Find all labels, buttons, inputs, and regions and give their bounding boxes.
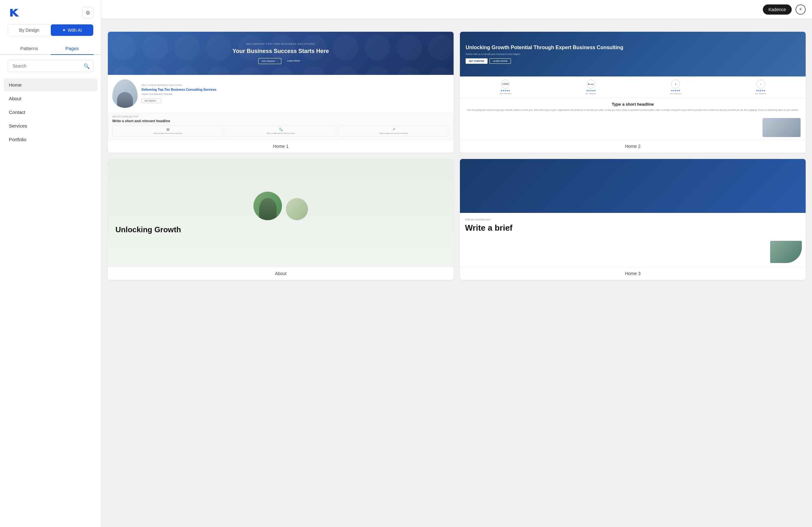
design-toggle: By Design ✦ With AI — [8, 24, 93, 36]
home2-text-section: Type a short headline Use this paragraph… — [460, 98, 806, 116]
settings-button[interactable]: ⚙ — [82, 7, 93, 18]
sidebar-header: ⚙ — [0, 6, 101, 24]
home1-title: Your Business Success Starts Here — [232, 48, 329, 55]
sidebar-item-services[interactable]: Services — [4, 119, 97, 132]
home1-feature1: ▤ Add a single and succinct list item — [112, 125, 223, 137]
logo-block-1: LOGO ★★★★★ 100+ Reviews — [499, 80, 512, 95]
logo-block-4: ∿ ★★★★★ 50+ Reviews — [755, 80, 766, 95]
card-about-label: About — [108, 267, 453, 280]
sidebar-item-contact[interactable]: Contact — [4, 106, 97, 119]
home1-learn-more[interactable]: Learn More — [284, 58, 303, 64]
tab-patterns[interactable]: Patterns — [8, 43, 51, 55]
nav-list: Home About Contact Services Portfolio — [0, 79, 101, 146]
search-input[interactable] — [8, 60, 93, 72]
home1-overline: DELIVERING TOP-TIER BUSINESS SOLUTIONS — [246, 43, 315, 45]
about-title: Unlocking Growth — [115, 225, 181, 234]
sidebar-item-home[interactable]: Home — [4, 79, 97, 91]
home2-learn-more[interactable]: LEARN MORE — [490, 58, 511, 64]
card-home3[interactable]: Add an overline text Write a brief Home … — [460, 159, 806, 280]
ai-icon: ✦ — [62, 28, 66, 33]
search-row: 🔍 — [8, 60, 93, 72]
card-home3-preview: Add an overline text Write a brief — [460, 159, 806, 267]
logo-block-2: ⊕Logo ★★★★★ 30+ Reviews — [585, 80, 597, 95]
card-home1[interactable]: DELIVERING TOP-TIER BUSINESS SOLUTIONS Y… — [108, 32, 453, 153]
home2-image — [763, 118, 801, 137]
home1-feature3: ↗ Add a single and succinct list item — [338, 125, 449, 137]
top-bar: Kadence + — [102, 0, 812, 19]
add-button[interactable]: + — [796, 4, 806, 15]
logo-block-3: ◈ ★★★★★ 50+ Reviews — [670, 80, 681, 95]
sidebar-item-portfolio[interactable]: Portfolio — [4, 133, 97, 146]
card-home2[interactable]: Unlocking Growth Potential Through Exper… — [460, 32, 806, 153]
home1-avatar — [112, 79, 137, 108]
by-design-button[interactable]: By Design — [8, 25, 51, 36]
home2-title: Unlocking Growth Potential Through Exper… — [466, 44, 800, 51]
sidebar-item-about[interactable]: About — [4, 92, 97, 105]
card-home2-preview: Unlocking Growth Potential Through Exper… — [460, 32, 806, 140]
home3-title: Write a brief — [465, 223, 801, 233]
card-home2-label: Home 2 — [460, 140, 806, 153]
card-about-preview: Unlocking Growth — [108, 159, 453, 267]
main-content: Kadence + DELIVERING TOP-TIER BUSINESS S… — [102, 0, 812, 527]
with-ai-button[interactable]: ✦ With AI — [51, 25, 93, 36]
card-home3-label: Home 3 — [460, 267, 806, 280]
home1-get-started[interactable]: Get Started → — [258, 58, 281, 64]
home2-get-started[interactable]: GET STARTED — [466, 58, 488, 64]
tabs: Patterns Pages — [0, 43, 101, 55]
card-about[interactable]: Unlocking Growth About — [108, 159, 453, 280]
tab-pages[interactable]: Pages — [51, 43, 94, 55]
settings-icon: ⚙ — [86, 10, 90, 16]
sidebar: ⚙ By Design ✦ With AI Patterns Pages 🔍 H… — [0, 0, 102, 527]
home1-feature2: 🔍 Add a single and succinct list item — [225, 125, 336, 137]
logo — [8, 6, 20, 19]
card-home1-label: Home 1 — [108, 140, 453, 153]
home2-image-section — [460, 115, 806, 140]
home2-logos: LOGO ★★★★★ 100+ Reviews ⊕Logo ★★★★★ 30+ … — [460, 76, 806, 98]
search-icon: 🔍 — [84, 63, 90, 69]
cards-grid: DELIVERING TOP-TIER BUSINESS SOLUTIONS Y… — [108, 25, 806, 280]
kadence-button[interactable]: Kadence — [763, 4, 792, 15]
card-home1-preview: DELIVERING TOP-TIER BUSINESS SOLUTIONS Y… — [108, 32, 453, 140]
